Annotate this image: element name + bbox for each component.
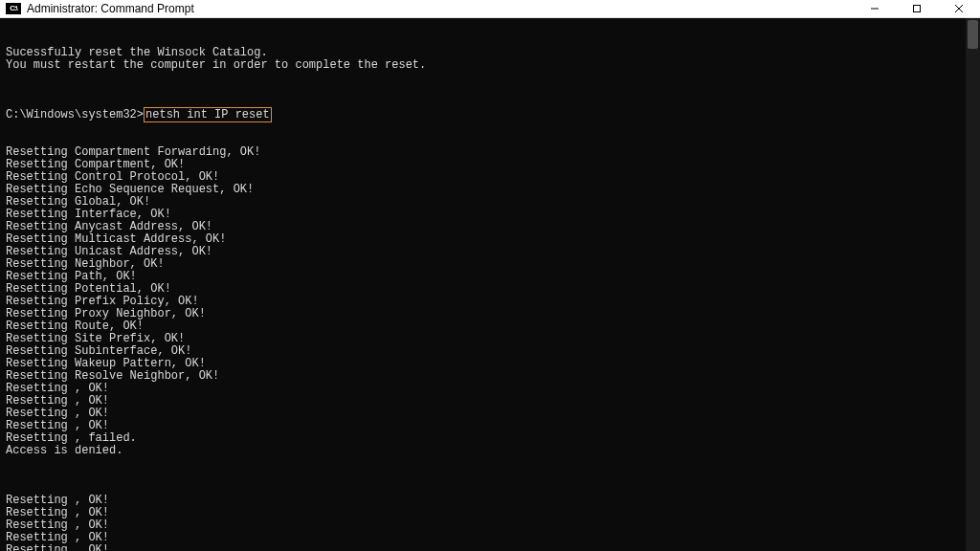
output-line: Resetting Route, OK! — [6, 320, 980, 333]
output-line — [6, 72, 980, 84]
command-line-1: C:\Windows\system32>netsh int IP reset — [6, 109, 980, 121]
output-line — [6, 457, 980, 470]
output-line: Resetting Wakeup Pattern, OK! — [6, 358, 980, 370]
minimize-button[interactable] — [854, 0, 896, 17]
output-line: Resetting Global, OK! — [6, 196, 980, 209]
output-line: Resetting Control Protocol, OK! — [6, 171, 980, 184]
output-line: Resetting , OK! — [6, 408, 980, 420]
scrollbar-thumb[interactable] — [968, 20, 978, 49]
output-line: Resetting Compartment, OK! — [6, 159, 980, 171]
window-title: Administrator: Command Prompt — [27, 2, 194, 15]
output-post-lines: Resetting , OK!Resetting , OK!Resetting … — [6, 495, 980, 551]
output-line: Resetting Anycast Address, OK! — [6, 221, 980, 233]
output-line: Resetting Interface, OK! — [6, 209, 980, 221]
prompt-path: C:\Windows\system32> — [6, 108, 144, 121]
maximize-icon — [912, 4, 922, 13]
output-line: Resetting , OK! — [6, 395, 980, 408]
cmd-icon: C:\ — [6, 3, 21, 14]
output-line: Resetting Prefix Policy, OK! — [6, 296, 980, 308]
maximize-button[interactable] — [896, 0, 938, 17]
output-line: Resetting , OK! — [6, 495, 980, 507]
output-line: Resetting Resolve Neighbor, OK! — [6, 370, 980, 383]
output-line: Resetting Echo Sequence Request, OK! — [6, 184, 980, 196]
close-icon — [954, 4, 964, 13]
terminal-viewport[interactable]: Sucessfully reset the Winsock Catalog.Yo… — [0, 18, 980, 551]
output-line: Resetting Unicast Address, OK! — [6, 246, 980, 258]
output-line: Resetting , OK! — [6, 507, 980, 519]
output-line: Resetting , OK! — [6, 532, 980, 544]
highlighted-command: netsh int IP reset — [144, 107, 272, 122]
output-line: Resetting Proxy Neighbor, OK! — [6, 308, 980, 320]
minimize-icon — [870, 4, 880, 13]
output-line: Resetting , failed. — [6, 432, 980, 445]
titlebar[interactable]: C:\ Administrator: Command Prompt — [0, 0, 980, 18]
output-line: Sucessfully reset the Winsock Catalog. — [6, 47, 980, 59]
vertical-scrollbar[interactable] — [966, 18, 980, 551]
output-line: Resetting Site Prefix, OK! — [6, 333, 980, 345]
close-button[interactable] — [938, 0, 980, 17]
command-text: netsh int IP reset — [145, 109, 270, 121]
output-line: Resetting , OK! — [6, 519, 980, 532]
output-line: Resetting , OK! — [6, 420, 980, 432]
output-line: Resetting , OK! — [6, 544, 980, 551]
output-line: You must restart the computer in order t… — [6, 59, 980, 72]
output-line: Resetting Neighbor, OK! — [6, 258, 980, 271]
output-line: Access is denied. — [6, 445, 980, 457]
output-line: Resetting Compartment Forwarding, OK! — [6, 146, 980, 159]
output-reset-lines: Resetting Compartment Forwarding, OK!Res… — [6, 146, 980, 470]
output-line: Resetting Potential, OK! — [6, 283, 980, 296]
window-controls — [854, 0, 980, 17]
window: C:\ Administrator: Command Prompt Sucess… — [0, 0, 980, 551]
output-line: Resetting , OK! — [6, 383, 980, 395]
svg-rect-1 — [914, 5, 921, 11]
output-line: Resetting Multicast Address, OK! — [6, 233, 980, 246]
output-line: Resetting Subinterface, OK! — [6, 345, 980, 358]
output-intro: Sucessfully reset the Winsock Catalog.Yo… — [6, 47, 980, 84]
output-line: Resetting Path, OK! — [6, 271, 980, 283]
